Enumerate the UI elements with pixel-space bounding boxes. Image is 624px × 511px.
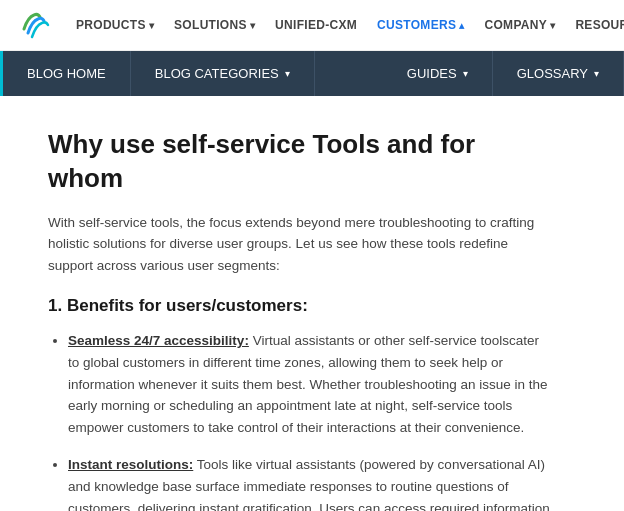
nav-item-resources[interactable]: RESOURCES ▾ (567, 12, 624, 38)
chevron-up-icon: ▴ (459, 20, 464, 31)
top-navigation: PRODUCTS ▾ SOLUTIONS ▾ UNIFIED-CXM CUSTO… (0, 0, 624, 51)
chevron-down-icon: ▾ (149, 20, 154, 31)
bullet-term-2: Instant resolutions: (68, 457, 193, 472)
nav-item-company[interactable]: COMPANY ▾ (477, 12, 564, 38)
benefits-list: Seamless 24/7 accessibility: Virtual ass… (48, 330, 552, 511)
nav-spacer (315, 51, 383, 96)
sec-nav-guides[interactable]: GUIDES ▾ (383, 51, 493, 96)
sec-nav-glossary[interactable]: GLOSSARY ▾ (493, 51, 624, 96)
bullet-term-1: Seamless 24/7 accessibility: (68, 333, 249, 348)
nav-item-solutions[interactable]: SOLUTIONS ▾ (166, 12, 263, 38)
logo[interactable] (16, 7, 52, 43)
bullet-text-1: Virtual assistants or other self-service… (68, 333, 548, 434)
list-item: Instant resolutions: Tools like virtual … (68, 454, 552, 511)
list-item: Seamless 24/7 accessibility: Virtual ass… (68, 330, 552, 438)
section1-heading: 1. Benefits for users/customers: (48, 296, 552, 316)
article-title: Why use self-service Tools and for whom (48, 128, 552, 196)
chevron-down-icon: ▾ (285, 68, 290, 79)
sec-nav-blog-home[interactable]: BLOG HOME (0, 51, 131, 96)
chevron-down-icon: ▾ (463, 68, 468, 79)
chevron-down-icon: ▾ (250, 20, 255, 31)
article-intro: With self-service tools, the focus exten… (48, 212, 552, 277)
sec-nav-blog-categories[interactable]: BLOG CATEGORIES ▾ (131, 51, 315, 96)
article-content: Why use self-service Tools and for whom … (0, 96, 600, 511)
chevron-down-icon: ▾ (594, 68, 599, 79)
nav-items-list: PRODUCTS ▾ SOLUTIONS ▾ UNIFIED-CXM CUSTO… (68, 12, 624, 38)
nav-item-customers[interactable]: CUSTOMERS ▴ (369, 12, 472, 38)
nav-item-unified-cxm[interactable]: UNIFIED-CXM (267, 12, 365, 38)
nav-item-products[interactable]: PRODUCTS ▾ (68, 12, 162, 38)
chevron-down-icon: ▾ (550, 20, 555, 31)
secondary-navigation: BLOG HOME BLOG CATEGORIES ▾ GUIDES ▾ GLO… (0, 51, 624, 96)
